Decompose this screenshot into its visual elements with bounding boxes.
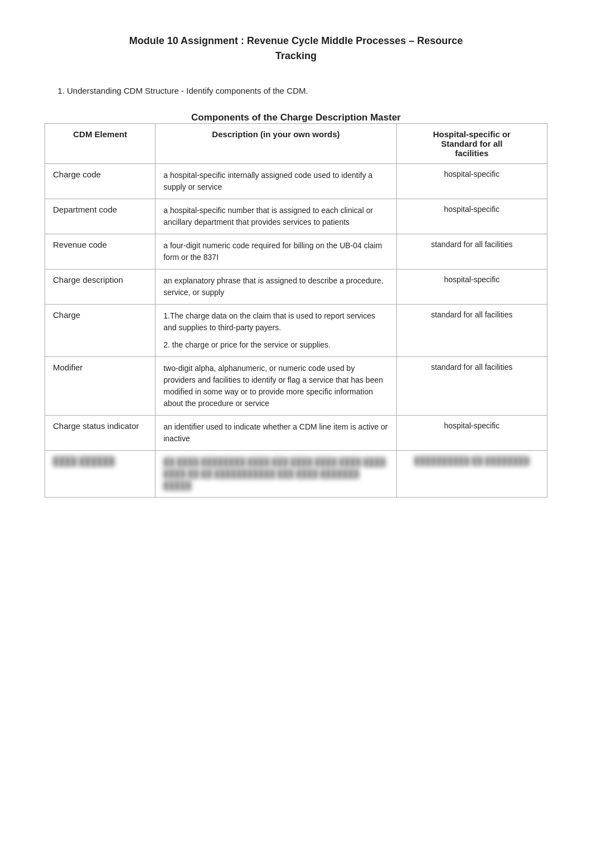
table-row: ████ ████████ ████ ████████ ████ ███ ███… bbox=[45, 451, 547, 498]
col-header-element: CDM Element bbox=[45, 124, 156, 164]
col-header-description: Description (in your own words) bbox=[156, 124, 396, 164]
status-cell: hospital-specific bbox=[396, 164, 547, 199]
cdm-element-cell: Modifier bbox=[45, 357, 156, 416]
status-cell: hospital-specific bbox=[396, 269, 547, 305]
description-cell: a hospital-specific internally assigned … bbox=[156, 164, 396, 199]
description-cell: an identifier used to indicate whether a… bbox=[156, 416, 396, 451]
cdm-element-cell: Revenue code bbox=[45, 234, 156, 269]
table-row: Charge codea hospital-specific internall… bbox=[45, 164, 547, 199]
cdm-element-cell: Charge description bbox=[45, 269, 156, 305]
status-cell: standard for all facilities bbox=[396, 305, 547, 357]
page-title: Module 10 Assignment : Revenue Cycle Mid… bbox=[45, 33, 547, 64]
description-cell: ██ ████ ████████ ████ ███ ████ ████ ████… bbox=[156, 451, 396, 498]
table-row: Modifiertwo-digit alpha, alphanumeric, o… bbox=[45, 357, 547, 416]
status-cell: hospital-specific bbox=[396, 416, 547, 451]
cdm-element-cell: Charge code bbox=[45, 164, 156, 199]
col-header-status: Hospital-specific or Standard for all fa… bbox=[396, 124, 547, 164]
cdm-element-cell: Department code bbox=[45, 199, 156, 234]
description-cell: a four-digit numeric code required for b… bbox=[156, 234, 396, 269]
description-cell: two-digit alpha, alphanumeric, or numeri… bbox=[156, 357, 396, 416]
table-row: Charge1.The charge data on the claim tha… bbox=[45, 305, 547, 357]
table-row: Charge descriptionan explanatory phrase … bbox=[45, 269, 547, 305]
cdm-element-cell: ████ ██████ bbox=[45, 451, 156, 498]
table-row: Charge status indicatoran identifier use… bbox=[45, 416, 547, 451]
table-title: Components of the Charge Description Mas… bbox=[45, 112, 547, 123]
status-cell: ██████████ ██ ████████ bbox=[396, 451, 547, 498]
cdm-element-cell: Charge status indicator bbox=[45, 416, 156, 451]
status-cell: standard for all facilities bbox=[396, 357, 547, 416]
intro-item: Understanding CDM Structure - Identify c… bbox=[67, 86, 547, 95]
status-cell: standard for all facilities bbox=[396, 234, 547, 269]
table-row: Revenue codea four-digit numeric code re… bbox=[45, 234, 547, 269]
description-cell: 1.The charge data on the claim that is u… bbox=[156, 305, 396, 357]
table-row: Department codea hospital-specific numbe… bbox=[45, 199, 547, 234]
description-cell: an explanatory phrase that is assigned t… bbox=[156, 269, 396, 305]
description-cell: a hospital-specific number that is assig… bbox=[156, 199, 396, 234]
cdm-element-cell: Charge bbox=[45, 305, 156, 357]
cdm-table: CDM Element Description (in your own wor… bbox=[45, 123, 547, 498]
status-cell: hospital-specific bbox=[396, 199, 547, 234]
